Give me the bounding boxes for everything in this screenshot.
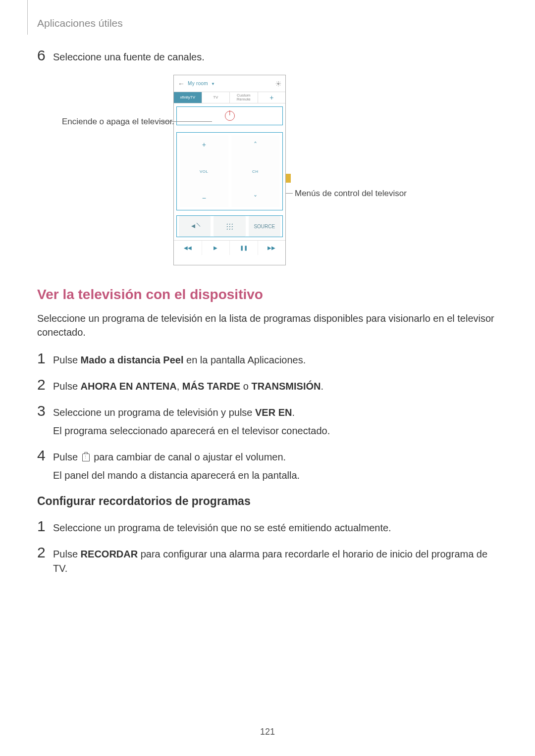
step-6: 6 Seleccione una fuente de canales.: [37, 47, 498, 64]
volume-up[interactable]: +: [202, 141, 206, 149]
step-number: 6: [37, 47, 53, 64]
step-text: Pulse AHORA EN ANTENA, MÁS TARDE o TRANS…: [53, 376, 323, 394]
tab-xfinity[interactable]: xfinityTV: [174, 92, 202, 103]
step-number: 2: [37, 544, 53, 576]
step-a3: 3 Seleccione un programa de televisión y…: [37, 403, 498, 438]
gear-icon[interactable]: [275, 81, 281, 87]
step-number: 3: [37, 403, 53, 438]
room-label: My room: [188, 81, 208, 86]
volume-rocker: + VOL −: [180, 136, 228, 207]
step-text: Pulse Mado a distancia Peel en la pantal…: [53, 350, 306, 367]
forward-button[interactable]: ▶▶: [258, 241, 286, 255]
callout-left: Enciende o apaga el televisor.: [62, 117, 174, 127]
channel-label: CH: [252, 169, 259, 174]
play-button[interactable]: ▶: [202, 241, 230, 255]
source-button[interactable]: SOURCE: [249, 216, 280, 237]
room-dropdown[interactable]: My room ▼: [188, 81, 275, 86]
step-a4: 4 Pulse para cambiar de canal o ajustar …: [37, 447, 498, 483]
figure-area: ← My room ▼ xfinityTV TV Custom Remote +: [37, 75, 498, 283]
step-number: 4: [37, 447, 53, 483]
back-icon[interactable]: ←: [178, 80, 185, 88]
side-tab[interactable]: [286, 174, 291, 183]
page-header: Aplicaciones útiles: [37, 17, 123, 29]
mute-icon: [191, 223, 198, 229]
remote-icon: [82, 454, 90, 461]
channel-down[interactable]: ˅: [254, 194, 257, 202]
channel-rocker: ˄ CH ˅: [231, 136, 280, 207]
subsection-heading: Configurar recordatorios de programas: [37, 495, 498, 508]
step-text: Pulse RECORDAR para configurar una alarm…: [53, 544, 498, 576]
mute-button[interactable]: [179, 216, 211, 237]
icon-row: SOURCE: [176, 215, 283, 237]
header-divider: [27, 0, 28, 35]
phone-topbar: ← My room ▼: [174, 75, 285, 92]
steps-b: 1 Seleccione un programa de televisión q…: [37, 518, 498, 576]
section-heading: Ver la televisión con el dispositivo: [37, 287, 498, 302]
step-text: Seleccione una fuente de canales.: [53, 49, 205, 63]
step-number: 1: [37, 518, 53, 535]
tab-custom[interactable]: Custom Remote: [230, 92, 258, 103]
step-a1: 1 Pulse Mado a distancia Peel en la pant…: [37, 350, 498, 367]
phone-tabs: xfinityTV TV Custom Remote +: [174, 92, 285, 103]
callout-right-line: [286, 193, 293, 194]
volume-down[interactable]: −: [202, 194, 206, 202]
step-b2: 2 Pulse RECORDAR para configurar una ala…: [37, 544, 498, 576]
keypad-icon: [226, 223, 233, 230]
steps-a: 1 Pulse Mado a distancia Peel en la pant…: [37, 350, 498, 483]
page-number: 121: [0, 727, 535, 737]
svg-point-0: [278, 83, 279, 84]
rocker-area: + VOL − ˄ CH ˅: [176, 132, 283, 210]
callout-left-line: [160, 121, 212, 122]
step-number: 2: [37, 376, 53, 394]
callout-right: Menús de control del televisor: [295, 189, 407, 199]
tab-tv[interactable]: TV: [202, 92, 230, 103]
step-text: Seleccione un programa de televisión que…: [53, 518, 391, 535]
intro-paragraph: Seleccione un programa de televisión en …: [37, 311, 498, 339]
step-text: Pulse para cambiar de canal o ajustar el…: [53, 447, 300, 483]
volume-label: VOL: [200, 169, 209, 174]
power-box: [176, 106, 283, 125]
power-icon[interactable]: [225, 111, 235, 121]
pause-button[interactable]: ❚❚: [230, 241, 258, 255]
channel-up[interactable]: ˄: [254, 141, 257, 149]
content-area: 6 Seleccione una fuente de canales. ← My…: [37, 47, 498, 585]
step-a2: 2 Pulse AHORA EN ANTENA, MÁS TARDE o TRA…: [37, 376, 498, 394]
chevron-down-icon: ▼: [211, 82, 215, 86]
transport-row: ◀◀ ▶ ❚❚ ▶▶: [174, 240, 285, 255]
keypad-button[interactable]: [214, 216, 245, 237]
step-number: 1: [37, 350, 53, 367]
rewind-button[interactable]: ◀◀: [174, 241, 202, 255]
step-b1: 1 Seleccione un programa de televisión q…: [37, 518, 498, 535]
step-text: Seleccione un programa de televisión y p…: [53, 403, 330, 438]
phone-mock: ← My room ▼ xfinityTV TV Custom Remote +: [173, 75, 286, 265]
tab-add[interactable]: +: [258, 92, 286, 103]
